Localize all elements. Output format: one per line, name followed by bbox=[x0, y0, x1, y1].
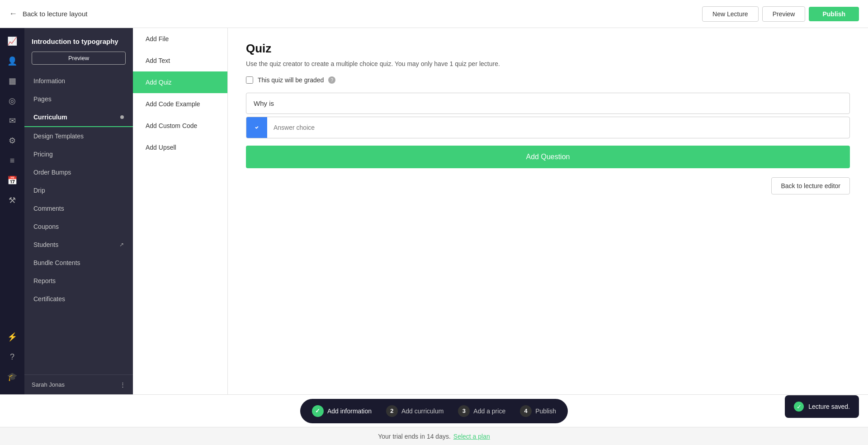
main-content: Quiz Use the quiz creator to create a mu… bbox=[228, 28, 868, 394]
trial-text: Your trial ends in 14 days. bbox=[378, 433, 451, 440]
stepper-bar: ✓ Add information 2 Add curriculum 3 Add… bbox=[300, 399, 568, 423]
sidebar-item-pages[interactable]: Pages bbox=[24, 90, 133, 108]
lightning-icon[interactable]: ⚡ bbox=[4, 328, 21, 346]
new-lecture-button[interactable]: New Lecture bbox=[702, 6, 759, 22]
app-sidebar: 📈 👤 ▦ ◎ ✉ ⚙ ≡ 📅 ⚒ ⚡ ? 🎓 bbox=[0, 28, 24, 394]
preview-button[interactable]: Preview bbox=[762, 6, 806, 22]
bottom-stepper: ✓ Add information 2 Add curriculum 3 Add… bbox=[0, 394, 868, 427]
sidebar-item-pricing[interactable]: Pricing bbox=[24, 145, 133, 163]
mail-icon[interactable]: ✉ bbox=[4, 112, 21, 129]
dashboard-icon[interactable]: ▦ bbox=[4, 72, 21, 90]
menu-item-add-quiz[interactable]: Add Quiz bbox=[133, 71, 227, 93]
app-sidebar-bottom: ⚡ ? 🎓 bbox=[4, 328, 21, 390]
course-title: Introduction to typography bbox=[24, 28, 133, 52]
topbar-right: New Lecture Preview Publish bbox=[702, 6, 859, 22]
toast-check-icon: ✓ bbox=[794, 402, 804, 412]
trial-bar: Your trial ends in 14 days. Select a pla… bbox=[0, 427, 868, 445]
more-menu-icon[interactable]: ⋮ bbox=[120, 381, 126, 388]
step-num-3: 3 bbox=[458, 405, 470, 417]
sidebar-item-bundle-contents[interactable]: Bundle Contents bbox=[24, 254, 133, 272]
answer-row bbox=[246, 117, 850, 138]
back-label[interactable]: Back to lecture layout bbox=[23, 10, 87, 18]
sidebar-item-students[interactable]: Students ↗ bbox=[24, 236, 133, 254]
user-name: Sarah Jonas bbox=[32, 381, 65, 388]
checkmark-icon bbox=[253, 124, 260, 131]
graded-row: This quiz will be graded ? bbox=[246, 76, 850, 84]
analytics-icon[interactable]: 📈 bbox=[4, 33, 21, 50]
sidebar-item-reports[interactable]: Reports bbox=[24, 272, 133, 290]
menu-item-add-code-example[interactable]: Add Code Example bbox=[133, 93, 227, 115]
menu-item-add-file[interactable]: Add File bbox=[133, 28, 227, 50]
back-to-lecture-editor-button[interactable]: Back to lecture editor bbox=[771, 177, 850, 194]
step-num-2: 2 bbox=[386, 405, 398, 417]
modules-icon[interactable]: ≡ bbox=[4, 152, 21, 169]
content-menu: Add File Add Text Add Quiz Add Code Exam… bbox=[133, 28, 228, 394]
graded-checkbox[interactable] bbox=[246, 76, 253, 84]
sidebar-item-curriculum[interactable]: Curriculum bbox=[24, 108, 133, 127]
calendar-icon[interactable]: 📅 bbox=[4, 172, 21, 189]
menu-item-add-upsell[interactable]: Add Upsell bbox=[133, 137, 227, 158]
publish-button-top[interactable]: Publish bbox=[809, 7, 859, 21]
main-layout: 📈 👤 ▦ ◎ ✉ ⚙ ≡ 📅 ⚒ ⚡ ? 🎓 Introduction to … bbox=[0, 28, 868, 394]
user-footer: Sarah Jonas ⋮ bbox=[24, 374, 133, 394]
course-sidebar: Introduction to typography Preview Infor… bbox=[24, 28, 133, 394]
sidebar-item-order-bumps[interactable]: Order Bumps bbox=[24, 163, 133, 181]
topbar-left: ← Back to lecture layout bbox=[9, 9, 87, 19]
tools-icon[interactable]: ⚒ bbox=[4, 192, 21, 209]
graded-label: This quiz will be graded bbox=[258, 76, 324, 84]
menu-item-add-text[interactable]: Add Text bbox=[133, 50, 227, 71]
sidebar-item-comments[interactable]: Comments bbox=[24, 199, 133, 218]
quiz-description: Use the quiz creator to create a multipl… bbox=[246, 60, 850, 67]
step-num-4: 4 bbox=[520, 405, 532, 417]
step-num-1: ✓ bbox=[312, 405, 324, 417]
back-arrow-icon[interactable]: ← bbox=[9, 9, 17, 19]
toast-notification: ✓ Lecture saved. bbox=[785, 395, 859, 418]
course-preview-button[interactable]: Preview bbox=[32, 52, 126, 65]
users-icon[interactable]: 👤 bbox=[4, 52, 21, 70]
select-plan-link[interactable]: Select a plan bbox=[453, 433, 490, 440]
revenue-icon[interactable]: ◎ bbox=[4, 92, 21, 109]
step-label-2: Add curriculum bbox=[401, 407, 443, 415]
sidebar-item-information[interactable]: Information bbox=[24, 72, 133, 90]
step-label-1: Add information bbox=[327, 407, 372, 415]
stepper-step-1[interactable]: ✓ Add information bbox=[305, 402, 379, 421]
help-circle-icon[interactable]: ? bbox=[4, 348, 21, 365]
sidebar-item-certificates[interactable]: Certificates bbox=[24, 290, 133, 308]
settings-icon[interactable]: ⚙ bbox=[4, 132, 21, 149]
sidebar-item-design-templates[interactable]: Design Templates bbox=[24, 127, 133, 145]
menu-item-add-custom-code[interactable]: Add Custom Code bbox=[133, 115, 227, 137]
curriculum-indicator bbox=[120, 115, 124, 119]
stepper-step-2[interactable]: 2 Add curriculum bbox=[379, 402, 451, 421]
topbar: ← Back to lecture layout New Lecture Pre… bbox=[0, 0, 868, 28]
add-question-button[interactable]: Add Question bbox=[246, 146, 850, 168]
sidebar-item-drip[interactable]: Drip bbox=[24, 181, 133, 199]
answer-choice-input[interactable] bbox=[267, 118, 849, 137]
sidebar-item-coupons[interactable]: Coupons bbox=[24, 218, 133, 236]
stepper-step-3[interactable]: 3 Add a price bbox=[451, 402, 513, 421]
step-check-1: ✓ bbox=[315, 407, 320, 414]
toast-message: Lecture saved. bbox=[808, 403, 850, 410]
help-tooltip-icon[interactable]: ? bbox=[328, 76, 335, 84]
question-input[interactable] bbox=[246, 93, 850, 114]
step-label-3: Add a price bbox=[473, 407, 505, 415]
quiz-title: Quiz bbox=[246, 42, 850, 56]
stepper-step-4[interactable]: 4 Publish bbox=[513, 402, 563, 421]
step-label-4: Publish bbox=[535, 407, 556, 415]
answer-checkbox-box[interactable] bbox=[246, 117, 267, 138]
graduation-icon[interactable]: 🎓 bbox=[4, 368, 21, 385]
external-link-icon: ↗ bbox=[119, 241, 124, 248]
